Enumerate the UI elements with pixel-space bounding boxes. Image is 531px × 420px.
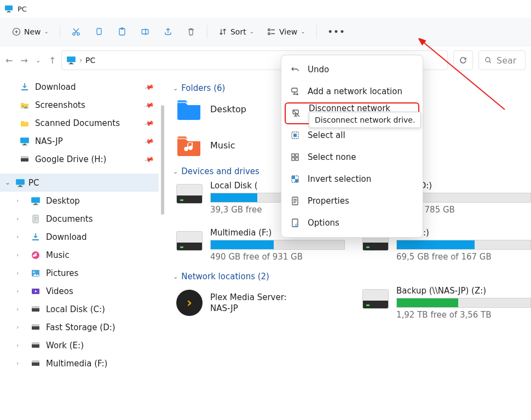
chevron-right-icon[interactable]: › xyxy=(16,360,24,367)
copy-button[interactable] xyxy=(89,22,109,42)
chevron-down-icon[interactable]: ⌄ xyxy=(3,179,12,186)
scrollbar[interactable] xyxy=(159,74,166,420)
back-button[interactable]: ← xyxy=(5,55,13,66)
recent-chevron-icon[interactable]: ⌄ xyxy=(36,56,41,64)
drive-name: Backup (\\NAS-JP) (Z:) xyxy=(396,286,531,296)
pin-icon: 📌 xyxy=(144,136,155,147)
delete-button[interactable] xyxy=(181,22,201,42)
chevron-right-icon[interactable]: › xyxy=(16,269,24,277)
net-line2: NAS-JP xyxy=(210,303,287,314)
chevron-right-icon[interactable]: › xyxy=(16,251,24,258)
svg-rect-1 xyxy=(8,11,10,12)
forward-button[interactable]: → xyxy=(20,55,27,66)
chevron-down-icon: ⌄ xyxy=(44,28,49,34)
menu-item-net-add[interactable]: Add a network location xyxy=(285,80,419,102)
chevron-right-icon[interactable]: › xyxy=(16,197,24,204)
up-button[interactable]: ↑ xyxy=(49,55,56,66)
doc-icon xyxy=(31,214,41,224)
svg-rect-19 xyxy=(22,145,27,145)
quick-access-item[interactable]: Download📌 xyxy=(0,78,159,96)
tree-item[interactable]: ›Fast Storage (D:) xyxy=(0,318,159,336)
pin-icon: 📌 xyxy=(144,118,155,129)
rename-button[interactable] xyxy=(135,22,155,42)
menu-item-props[interactable]: Properties xyxy=(285,190,419,212)
svg-rect-14 xyxy=(69,64,74,64)
breadcrumb-pc[interactable]: PC xyxy=(85,56,95,65)
quick-access-item[interactable]: NAS-JP📌 xyxy=(0,132,159,150)
props-icon xyxy=(290,196,300,206)
tree-item[interactable]: ›Music xyxy=(0,246,159,264)
item-label: Work (E:) xyxy=(46,341,84,350)
sort-button[interactable]: Sort ⌄ xyxy=(213,22,259,42)
item-label: Music xyxy=(46,250,70,260)
cut-button[interactable] xyxy=(66,22,86,42)
network-drive[interactable]: Backup (\\NAS-JP) (Z:) 1,92 TB free of 3… xyxy=(362,286,531,320)
view-button[interactable]: View ⌄ xyxy=(262,22,311,42)
chevron-down-icon: ⌄ xyxy=(173,273,178,280)
tree-item[interactable]: ›Download xyxy=(0,228,159,246)
drive-info: 69,5 GB free of 167 GB xyxy=(396,252,531,262)
quick-access-item[interactable]: Scanned Documents📌 xyxy=(0,114,159,132)
item-label: Local Disk (C:) xyxy=(46,304,105,314)
menu-label: Select all xyxy=(308,130,345,140)
menu-item-sel-none[interactable]: Select none xyxy=(285,146,419,168)
menu-item-opts[interactable]: Options xyxy=(285,212,419,234)
opts-icon xyxy=(290,218,300,228)
search-placeholder: Sear xyxy=(497,55,516,66)
item-label: Screenshots xyxy=(35,100,85,110)
sel-all-icon xyxy=(290,130,300,140)
tree-item-pc[interactable]: ⌄ PC xyxy=(0,174,159,192)
disk-icon xyxy=(31,323,41,332)
share-button[interactable] xyxy=(158,22,178,42)
svg-rect-40 xyxy=(32,360,39,363)
svg-point-15 xyxy=(486,57,490,62)
menu-item-undo[interactable]: Undo xyxy=(285,59,419,80)
tree-item[interactable]: ›Pictures xyxy=(0,264,159,282)
svg-rect-12 xyxy=(67,56,76,62)
tree-item[interactable]: ›Multimedia (F:) xyxy=(0,354,159,372)
menu-label: Invert selection xyxy=(308,174,371,184)
tree-item[interactable]: ›Local Disk (C:) xyxy=(0,300,159,318)
menu-label: Undo xyxy=(308,65,329,74)
chevron-right-icon[interactable]: › xyxy=(16,342,24,349)
svg-rect-10 xyxy=(268,29,270,31)
refresh-button[interactable] xyxy=(453,50,473,70)
main-area: Download📌Screenshots📌Scanned Documents📌N… xyxy=(0,74,531,420)
new-button[interactable]: New ⌄ xyxy=(7,22,54,42)
menu-item-sel-inv[interactable]: Invert selection xyxy=(285,168,419,190)
chevron-right-icon[interactable]: › xyxy=(16,306,24,313)
download-icon xyxy=(20,82,30,92)
svg-rect-34 xyxy=(32,306,39,308)
tree-item[interactable]: ›Documents xyxy=(0,210,159,228)
item-label: Documents xyxy=(46,214,93,224)
quick-access-item[interactable]: Screenshots📌 xyxy=(0,96,159,114)
svg-rect-18 xyxy=(24,143,26,145)
new-label: New xyxy=(24,27,41,36)
sidebar: Download📌Screenshots📌Scanned Documents📌N… xyxy=(0,74,159,420)
svg-rect-45 xyxy=(292,154,295,157)
chevron-down-icon: ⌄ xyxy=(301,28,305,34)
svg-rect-44 xyxy=(293,134,297,137)
section-network[interactable]: ⌄ Network locations (2) xyxy=(173,272,531,281)
svg-rect-26 xyxy=(34,203,37,204)
separator xyxy=(207,25,207,38)
folder-icon xyxy=(176,134,201,157)
search-input[interactable]: Sear xyxy=(478,50,526,70)
tree-item[interactable]: ›Work (E:) xyxy=(0,336,159,354)
svg-rect-25 xyxy=(31,197,40,203)
chevron-right-icon[interactable]: › xyxy=(16,324,24,331)
more-button[interactable]: ••• xyxy=(322,22,351,42)
quick-access-item[interactable]: Google Drive (H:)📌 xyxy=(0,150,159,168)
toolbar: New ⌄ Sort ⌄ View ⌄ ••• xyxy=(0,18,531,46)
tree-item[interactable]: ›Desktop xyxy=(0,192,159,210)
tree-item[interactable]: ›Videos xyxy=(0,282,159,300)
paste-button[interactable] xyxy=(112,22,132,42)
folder-icon xyxy=(176,97,201,120)
separator xyxy=(60,25,60,38)
chevron-right-icon[interactable]: › xyxy=(16,215,24,222)
net-disc-icon xyxy=(291,108,301,118)
folder-icon xyxy=(20,118,30,128)
chevron-right-icon[interactable]: › xyxy=(16,233,24,240)
network-item[interactable]: › Plex Media Server: NAS-JP xyxy=(176,286,345,320)
chevron-right-icon[interactable]: › xyxy=(16,287,24,295)
